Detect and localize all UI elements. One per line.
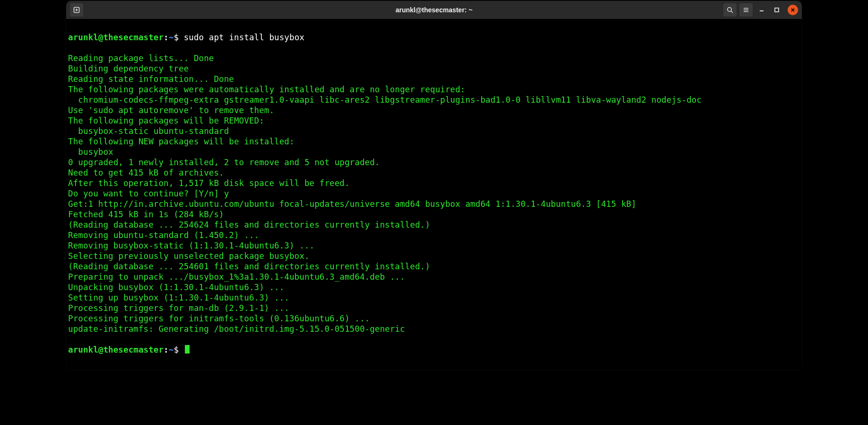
hamburger-menu-icon bbox=[742, 6, 750, 14]
terminal-output-line: (Reading database ... 254624 files and d… bbox=[68, 220, 800, 230]
terminal-output-line: Processing triggers for man-db (2.9.1-1)… bbox=[68, 303, 800, 313]
terminal-output-line: busybox bbox=[68, 147, 800, 157]
cursor-block bbox=[185, 345, 190, 354]
terminal-output-line: Use 'sudo apt autoremove' to remove them… bbox=[68, 105, 800, 115]
maximize-icon bbox=[774, 7, 780, 13]
prompt-symbol: $ bbox=[174, 33, 179, 42]
terminal-output-line: update-initramfs: Generating /boot/initr… bbox=[68, 324, 800, 334]
search-button[interactable] bbox=[723, 3, 737, 17]
close-button[interactable] bbox=[788, 5, 798, 15]
prompt-separator: : bbox=[164, 33, 169, 42]
terminal-output-line: Removing ubuntu-standard (1.450.2) ... bbox=[68, 230, 800, 240]
prompt-path: ~ bbox=[169, 33, 174, 42]
terminal-output-line: 0 upgraded, 1 newly installed, 2 to remo… bbox=[68, 157, 800, 168]
terminal-output-line: Need to get 415 kB of archives. bbox=[68, 168, 800, 178]
hamburger-menu-button[interactable] bbox=[739, 3, 753, 17]
new-tab-button[interactable] bbox=[70, 3, 83, 17]
terminal-output-line: Setting up busybox (1:1.30.1-4ubuntu6.3)… bbox=[68, 292, 800, 303]
terminal-output-line: Do you want to continue? [Y/n] y bbox=[68, 188, 800, 199]
typed-command: sudo apt install busybox bbox=[184, 33, 304, 42]
new-tab-icon bbox=[73, 6, 80, 14]
minimize-button[interactable] bbox=[755, 4, 768, 16]
prompt-line-1: arunkl@thesecmaster:~$ sudo apt install … bbox=[68, 32, 800, 43]
prompt-symbol: $ bbox=[174, 345, 179, 354]
terminal-output-line: Reading state information... Done bbox=[68, 74, 800, 84]
terminal-output-line: (Reading database ... 254601 files and d… bbox=[68, 261, 800, 272]
terminal-output-line: Reading package lists... Done bbox=[68, 53, 800, 63]
terminal-output-line: Selecting previously unselected package … bbox=[68, 251, 800, 261]
terminal-output-line: Get:1 http://in.archive.ubuntu.com/ubunt… bbox=[68, 199, 800, 209]
terminal-output-line: The following NEW packages will be insta… bbox=[68, 136, 800, 147]
terminal-output-line: chromium-codecs-ffmpeg-extra gstreamer1.… bbox=[68, 95, 800, 105]
prompt-path: ~ bbox=[169, 345, 174, 354]
terminal-output-line: The following packages will be REMOVED: bbox=[68, 115, 800, 126]
window-title: arunkl@thesecmaster: ~ bbox=[396, 6, 473, 14]
window-titlebar: arunkl@thesecmaster: ~ bbox=[66, 1, 802, 19]
svg-rect-2 bbox=[775, 8, 779, 12]
terminal-window: arunkl@thesecmaster: ~ arunkl@thesecmast… bbox=[66, 1, 802, 370]
terminal-output-line: Removing busybox-static (1:1.30.1-4ubunt… bbox=[68, 240, 800, 251]
terminal-output-line: The following packages were automaticall… bbox=[68, 84, 800, 95]
terminal-output-line: Unpacking busybox (1:1.30.1-4ubuntu6.3) … bbox=[68, 282, 800, 292]
terminal-output-line: Processing triggers for initramfs-tools … bbox=[68, 313, 800, 324]
close-icon bbox=[790, 7, 796, 13]
terminal-output-line: busybox-static ubuntu-standard bbox=[68, 126, 800, 136]
prompt-line-2: arunkl@thesecmaster:~$ bbox=[68, 345, 800, 355]
terminal-output-line: Fetched 415 kB in 1s (284 kB/s) bbox=[68, 209, 800, 220]
maximize-button[interactable] bbox=[771, 4, 783, 16]
terminal-output-line: Building dependency tree bbox=[68, 63, 800, 74]
prompt-separator: : bbox=[164, 345, 169, 354]
terminal-output-line: Preparing to unpack .../busybox_1%3a1.30… bbox=[68, 272, 800, 282]
prompt-user-host: arunkl@thesecmaster bbox=[68, 345, 164, 354]
terminal-output-line: After this operation, 1,517 kB disk spac… bbox=[68, 178, 800, 188]
search-icon bbox=[726, 6, 734, 14]
svg-point-1 bbox=[728, 8, 731, 11]
prompt-user-host: arunkl@thesecmaster bbox=[68, 33, 164, 42]
minimize-icon bbox=[759, 7, 764, 13]
terminal-body[interactable]: arunkl@thesecmaster:~$ sudo apt install … bbox=[66, 19, 802, 370]
